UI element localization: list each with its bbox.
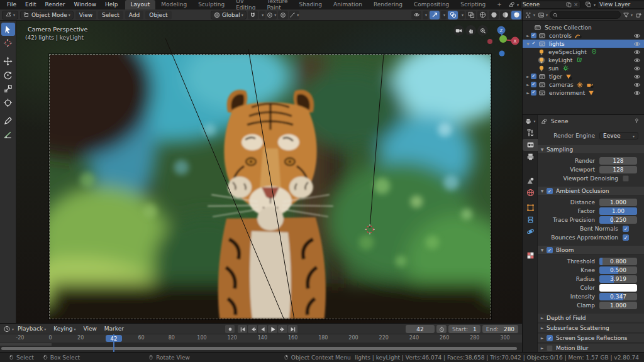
workspace-tab-shading[interactable]: Shading (293, 0, 328, 9)
workspace-tab-rendering[interactable]: Rendering (368, 0, 408, 9)
outliner-row-sun[interactable]: sun (523, 64, 644, 72)
topbar-menu-window[interactable]: Window (70, 0, 101, 9)
previous-keyframe-button[interactable] (248, 325, 257, 333)
expand-arrow-icon[interactable]: ► (525, 90, 531, 95)
outliner-editor-icon[interactable] (525, 12, 532, 18)
tool-cursor[interactable] (1, 36, 15, 50)
timeline-menu-marker[interactable]: Marker (101, 326, 128, 332)
outliner-search-input[interactable] (550, 11, 621, 19)
tool-scale[interactable] (1, 82, 15, 96)
play-button[interactable] (268, 325, 277, 333)
properties-tab-view-layer[interactable] (523, 163, 538, 175)
panel-expand-icon[interactable]: ▼ (538, 248, 547, 252)
collection-checkbox[interactable]: ✓ (531, 82, 536, 87)
view-layer-selector[interactable]: View Layer ✕ (597, 1, 644, 9)
panel-expand-icon[interactable]: ► (538, 315, 547, 320)
add-workspace-button[interactable]: + (491, 0, 508, 9)
new-collection-icon[interactable] (635, 12, 642, 18)
shading-solid-toggle[interactable] (489, 11, 499, 19)
property-slider[interactable]: 0.800 (599, 258, 637, 265)
gizmo-dropdown[interactable]: ▾ (441, 11, 447, 19)
workspace-tab-uv-editing[interactable]: UV Editing (230, 0, 261, 9)
pivot-dropdown[interactable]: ▾ (267, 11, 277, 19)
timeline-menu-keying[interactable]: Keying▾ (50, 326, 79, 332)
workspace-tab-modeling[interactable]: Modeling (155, 0, 192, 9)
properties-tab-texture[interactable] (523, 250, 538, 261)
view-layer-icon[interactable] (584, 1, 592, 8)
jump-to-end-button[interactable] (288, 325, 297, 333)
view-layer-dropdown-arrow[interactable]: ▾ (594, 3, 596, 7)
tool-move[interactable] (1, 55, 15, 68)
panel-header-ambient-occlusion[interactable]: ▼✓Ambient Occlusion (538, 187, 644, 195)
panel-header-subsurface-scattering[interactable]: ►Subsurface Scattering (538, 324, 644, 332)
property-field[interactable]: 1.000 (599, 302, 637, 309)
panel-header-screen-space-reflections[interactable]: ►✓Screen Space Reflections (538, 334, 644, 343)
xray-toggle[interactable] (466, 11, 476, 19)
unlink-scene-icon[interactable]: ✕ (574, 2, 578, 8)
outliner-row-keyLight[interactable]: keyLight (523, 56, 644, 64)
properties-tab-output[interactable] (523, 151, 538, 163)
properties-tab-light-data[interactable] (523, 238, 538, 250)
property-checkbox[interactable] (623, 175, 629, 182)
proportional-edit-toggle[interactable] (278, 11, 288, 19)
shading-rendered-toggle[interactable] (511, 11, 521, 19)
viewport-menu-object[interactable]: Object (145, 11, 171, 19)
expand-arrow-icon[interactable]: ► (525, 33, 531, 38)
topbar-menu-help[interactable]: Help (101, 0, 123, 9)
tool-tweak-select[interactable] (1, 23, 15, 36)
visibility-dropdown[interactable]: ▾ (423, 11, 428, 19)
playhead-frame-badge[interactable]: 42 (106, 335, 122, 342)
panel-expand-icon[interactable]: ► (538, 346, 547, 350)
outliner-row-scene-collection[interactable]: Scene Collection (523, 23, 644, 31)
scene-icon[interactable] (508, 1, 516, 8)
camera-view-button[interactable] (453, 25, 464, 36)
shading-wireframe-toggle[interactable] (477, 11, 487, 19)
overlays-dropdown[interactable]: ▾ (459, 11, 465, 19)
eye-icon[interactable] (633, 90, 641, 96)
panel-expand-icon[interactable]: ► (538, 326, 547, 330)
jump-to-start-button[interactable] (238, 325, 247, 333)
panel-expand-icon[interactable]: ► (538, 336, 547, 340)
eye-icon[interactable] (633, 74, 641, 79)
outliner-row-controls[interactable]: ►✓controls (523, 31, 644, 40)
navigation-gizmo[interactable]: Z X (487, 24, 519, 60)
timeline-menu-view[interactable]: View (79, 326, 100, 332)
tool-rotate[interactable] (1, 69, 15, 82)
collection-checkbox[interactable]: ✓ (531, 41, 536, 47)
timeline-editor-icon[interactable] (3, 326, 11, 332)
properties-tab-object[interactable] (523, 202, 538, 214)
falloff-dropdown[interactable]: ▾ (289, 11, 299, 19)
workspace-tab-animation[interactable]: Animation (328, 0, 368, 9)
viewport-menu-select[interactable]: Select (98, 11, 123, 19)
panel-checkbox[interactable] (547, 345, 553, 351)
editor-type-button[interactable]: ▾ (2, 11, 18, 19)
new-scene-icon[interactable] (566, 2, 572, 8)
property-field[interactable]: 128 (599, 157, 637, 165)
play-reverse-button[interactable] (258, 325, 267, 333)
shading-material-toggle[interactable] (500, 11, 510, 19)
workspace-tab-scripting[interactable]: Scripting (455, 0, 491, 9)
collection-checkbox[interactable]: ✓ (531, 74, 536, 79)
property-slider[interactable]: 3.919 (599, 275, 637, 283)
panel-checkbox[interactable]: ✓ (547, 188, 553, 194)
workspace-tab-texture-paint[interactable]: Texture Paint (262, 0, 294, 9)
properties-tab-scene[interactable] (523, 175, 538, 187)
tool-transform[interactable] (1, 96, 15, 109)
eye-icon[interactable] (633, 41, 641, 47)
tool-annotate[interactable] (1, 114, 15, 128)
outliner-row-cameras[interactable]: ►✓cameras (523, 80, 644, 89)
eye-icon[interactable] (633, 58, 641, 63)
topbar-menu-file[interactable]: File (3, 0, 21, 9)
snap-dropdown[interactable]: ▾ (259, 11, 265, 19)
pin-icon[interactable] (634, 118, 640, 124)
collection-checkbox[interactable]: ✓ (531, 33, 536, 38)
visibility-toggle[interactable] (411, 11, 421, 19)
collection-checkbox[interactable]: ✓ (531, 90, 536, 96)
panel-header-bloom[interactable]: ▼✓Bloom (538, 246, 644, 255)
panel-checkbox[interactable]: ✓ (547, 247, 553, 253)
property-slider[interactable]: 0.250 (599, 216, 637, 224)
panel-header-motion-blur[interactable]: ►Motion Blur (538, 344, 644, 352)
property-checkbox[interactable]: ✓ (623, 234, 629, 241)
properties-tab-render[interactable] (523, 139, 538, 151)
display-mode-icon[interactable] (538, 12, 545, 18)
